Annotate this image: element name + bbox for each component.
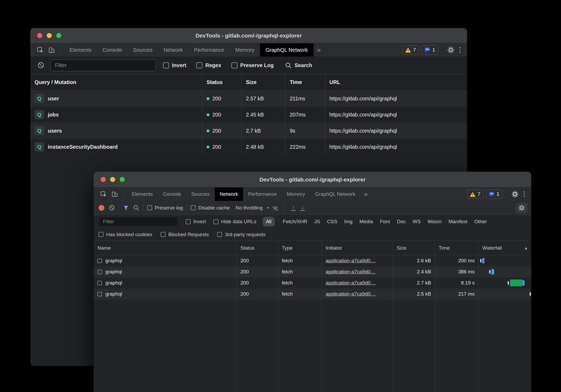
type-chip-js[interactable]: JS [314,219,320,225]
type-chip-ws[interactable]: WS [413,219,421,225]
device-toolbar-icon[interactable] [109,188,120,201]
request-row[interactable]: graphql 200 fetch application-a7ca9d0… 2… [94,266,531,277]
network-filter-input[interactable] [99,217,178,226]
column-header-size[interactable]: Size [393,241,435,255]
column-header-size[interactable]: Size [241,74,285,90]
tab-elements[interactable]: Elements [64,43,97,57]
preserve-log-checkbox[interactable] [147,205,152,210]
type-chip-font[interactable]: Font [380,219,390,225]
column-header-initiator[interactable]: Initiator [322,241,393,255]
row-checkbox[interactable] [97,270,102,274]
tab-sources[interactable]: Sources [128,43,158,57]
column-header-url[interactable]: URL [325,74,467,90]
titlebar[interactable]: DevTools - gitlab.com/-/graphql-explorer [30,28,467,43]
query-row-user[interactable]: Q user 200 2.57 kB 211ms https://gitlab.… [30,91,467,107]
column-header-time[interactable]: Time [435,241,478,255]
inspect-icon[interactable] [98,188,109,201]
minimize-button[interactable] [110,177,115,182]
clear-icon[interactable] [109,204,115,211]
tab-graphql-network[interactable]: GraphQL Network [310,188,360,201]
column-header-status[interactable]: Status [236,241,278,255]
throttling-dropdown[interactable]: No throttling ▼ [236,205,269,211]
close-button[interactable] [101,177,106,182]
network-settings-gear-icon[interactable] [516,203,527,213]
block-icon[interactable] [35,62,47,69]
blocked-requests-checkbox[interactable] [161,232,166,237]
type-chip-all[interactable]: All [263,217,275,226]
tab-console[interactable]: Console [158,188,186,201]
type-chip-media[interactable]: Media [359,219,373,225]
row-checkbox[interactable] [97,292,102,296]
kebab-menu-icon[interactable] [521,191,528,197]
type-chip-manifest[interactable]: Manifest [448,219,467,225]
tab-sources[interactable]: Sources [186,188,215,201]
export-har-icon[interactable]: ↓ [300,205,305,211]
settings-gear-icon[interactable] [445,46,457,54]
disable-cache-checkbox[interactable] [191,205,196,210]
row-checkbox[interactable] [97,259,102,263]
filter-input[interactable] [50,59,156,71]
record-icon[interactable] [99,205,104,211]
column-header-waterfall[interactable]: Waterfall ▲ [478,241,531,255]
kebab-menu-icon[interactable] [457,47,464,53]
row-checkbox[interactable] [97,281,102,285]
more-tabs-icon[interactable]: » [314,43,324,57]
tab-graphql-network[interactable]: GraphQL Network [260,43,313,57]
column-header-time[interactable]: Time [285,74,325,90]
tab-network[interactable]: Network [215,188,243,201]
column-header-status[interactable]: Status [202,74,241,90]
initiator-link[interactable]: application-a7ca9d0… [326,258,376,264]
import-har-icon[interactable]: ↑ [291,205,296,211]
tab-network[interactable]: Network [158,43,188,57]
query-row-jobs[interactable]: Q jobs 200 2.45 kB 207ms https://gitlab.… [30,107,467,123]
invert-checkbox[interactable] [186,219,191,224]
type-chip-doc[interactable]: Doc [397,219,406,225]
column-header-name[interactable]: Name [94,241,236,255]
type-chip-img[interactable]: Img [344,219,353,225]
tab-performance[interactable]: Performance [243,188,282,201]
type-chip-fetch-xhr[interactable]: Fetch/XHR [283,219,307,225]
initiator-link[interactable]: application-a7ca9d0… [326,280,376,286]
has-blocked-cookies-checkbox[interactable] [99,232,104,237]
issues-badge[interactable]: 1 [422,45,438,55]
device-toolbar-icon[interactable] [46,43,57,57]
filter-funnel-icon[interactable] [123,205,129,211]
tab-elements[interactable]: Elements [127,188,158,201]
search-button[interactable]: Search [285,62,312,69]
column-header-query-mutation[interactable]: Query / Mutation [30,74,202,90]
initiator-link[interactable]: application-a7ca9d0… [326,269,376,275]
tab-memory[interactable]: Memory [230,43,260,57]
inspect-icon[interactable] [35,43,46,57]
warnings-badge[interactable]: 7 [467,190,483,199]
titlebar[interactable]: DevTools - gitlab.com/-/graphql-explorer [94,172,531,188]
warnings-badge[interactable]: 7 [402,45,419,54]
regex-checkbox[interactable] [196,62,202,68]
invert-checkbox[interactable] [163,62,169,68]
initiator-link[interactable]: application-a7ca9d0… [326,291,376,297]
maximize-button[interactable] [120,177,125,182]
type-chip-other[interactable]: Other [474,219,487,225]
query-row-instance-security-dashboard[interactable]: Q instanceSecurityDashboard 200 2.48 kB … [30,139,467,155]
more-tabs-icon[interactable]: » [360,188,371,201]
search-icon[interactable] [133,204,139,211]
issues-badge[interactable]: 1 [486,190,502,199]
tab-memory[interactable]: Memory [282,188,310,201]
column-header-type[interactable]: Type [278,241,322,255]
type-chip-wasm[interactable]: Wasm [428,219,442,225]
close-button[interactable] [37,33,42,38]
network-conditions-icon[interactable] [269,204,281,211]
tab-performance[interactable]: Performance [189,43,230,57]
request-row[interactable]: graphql 200 fetch application-a7ca9d0… 2… [94,288,531,300]
maximize-button[interactable] [56,33,61,38]
minimize-button[interactable] [47,33,52,38]
request-row[interactable]: graphql 200 fetch application-a7ca9d0… 2… [94,277,531,288]
type-chip-css[interactable]: CSS [327,219,337,225]
preserve-log-checkbox[interactable] [231,62,237,68]
request-row[interactable]: graphql 200 fetch application-a7ca9d0… 2… [94,255,531,266]
settings-gear-icon[interactable] [509,190,521,198]
hide-data-urls-checkbox[interactable] [213,219,218,224]
tab-console[interactable]: Console [97,43,127,57]
third-party-requests-checkbox[interactable] [217,232,222,237]
waterfall-label: Waterfall [482,245,502,251]
query-row-users[interactable]: Q users 200 2.7 kB 9s https://gitlab.com… [30,123,467,139]
